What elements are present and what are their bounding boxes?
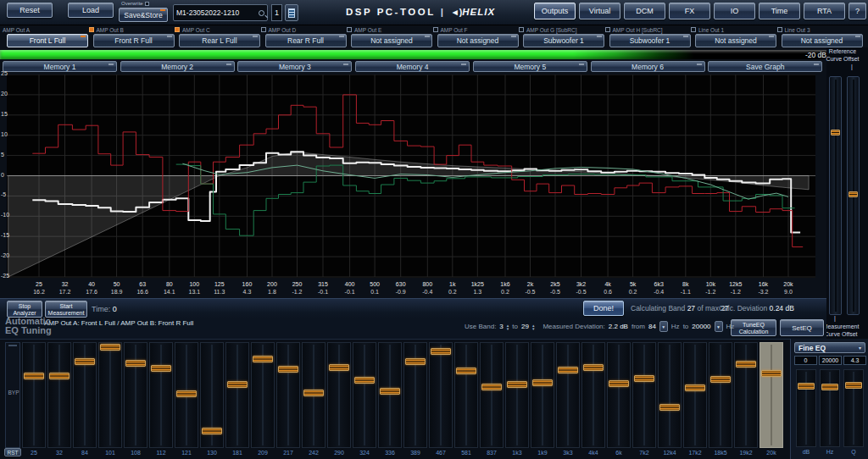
eq-band-389[interactable]	[403, 342, 427, 448]
channel-menu-icon[interactable]	[683, 36, 688, 37]
stop-analyzer-button[interactable]: Stop Analyzer	[7, 301, 42, 318]
measurement-offset-handle[interactable]	[831, 130, 840, 135]
eq-band-25[interactable]	[22, 342, 46, 448]
edit-note-button[interactable]	[285, 4, 298, 21]
overwrite-option[interactable]: Overwrite	[121, 1, 149, 6]
eq-band-handle-4k4[interactable]	[583, 364, 604, 371]
setup-name-field[interactable]: M1-23052022-1210	[173, 4, 268, 21]
band-to-value[interactable]: 29	[521, 323, 529, 330]
memory-button-4[interactable]: Memory 4	[355, 61, 470, 72]
eq-band-1k3[interactable]	[505, 342, 529, 448]
freq-to-value[interactable]: 20000	[692, 323, 710, 330]
eq-band-handle-3k3[interactable]	[558, 367, 578, 373]
eq-band-84[interactable]	[73, 342, 97, 448]
nav-button-dcm[interactable]: DCM	[624, 3, 665, 19]
fine-eq-value-q[interactable]: 4.3	[843, 356, 866, 365]
eq-band-121[interactable]	[175, 342, 198, 448]
nav-button-time[interactable]: Time	[759, 3, 800, 19]
eq-band-handle-108[interactable]	[125, 360, 146, 367]
eq-band-handle-12k4[interactable]	[659, 404, 680, 411]
eq-band-handle-336[interactable]	[380, 388, 400, 395]
eq-band-837[interactable]	[480, 342, 504, 448]
reset-button[interactable]: Reset	[7, 3, 53, 18]
setup-number-field[interactable]: 1	[271, 4, 282, 21]
channel-menu-icon[interactable]	[855, 36, 860, 37]
eq-band-handle-25[interactable]	[24, 373, 44, 379]
measurement-curve-offset-slider[interactable]	[829, 76, 842, 315]
eq-band-handle-130[interactable]	[202, 428, 222, 434]
search-icon[interactable]	[259, 10, 264, 16]
channel-button-2[interactable]: Rear L Full	[179, 34, 260, 47]
channel-checkbox-1[interactable]	[89, 27, 94, 32]
eq-band-handle-17k2[interactable]	[685, 384, 705, 391]
eq-band-handle-1k3[interactable]	[507, 381, 527, 388]
eq-band-324[interactable]	[353, 342, 376, 448]
channel-button-1[interactable]: Front R Full	[93, 34, 175, 47]
eq-band-handle-32[interactable]	[49, 373, 70, 379]
fine-eq-slider-hz[interactable]	[820, 369, 840, 447]
eq-band-handle-6k[interactable]	[609, 380, 629, 387]
memory-button-1[interactable]: Memory 1	[3, 61, 117, 72]
eq-band-17k2[interactable]	[683, 342, 707, 448]
eq-band-handle-290[interactable]	[329, 364, 349, 371]
channel-menu-icon[interactable]	[769, 36, 774, 37]
done-button[interactable]: Done!	[583, 301, 624, 316]
channel-menu-icon[interactable]	[597, 36, 602, 37]
memory-menu-icon[interactable]	[461, 64, 466, 65]
channel-menu-icon[interactable]	[425, 36, 430, 37]
freq-to-dropdown[interactable]: ▼	[715, 321, 723, 332]
memory-button-2[interactable]: Memory 2	[120, 61, 235, 72]
eq-band-handle-7k2[interactable]	[634, 375, 654, 382]
band-from-value[interactable]: 3	[499, 323, 503, 330]
freq-from-dropdown[interactable]: ▼	[659, 321, 668, 332]
chevron-down-icon[interactable]: ▾	[859, 345, 861, 351]
eq-band-108[interactable]	[124, 342, 147, 448]
channel-button-4[interactable]: Not assigned	[351, 34, 432, 47]
eq-band-handle-18k5[interactable]	[710, 376, 731, 383]
eq-band-handle-209[interactable]	[253, 356, 273, 362]
memory-menu-icon[interactable]	[226, 64, 231, 65]
eq-band-handle-837[interactable]	[481, 384, 502, 390]
eq-band-handle-581[interactable]	[456, 368, 476, 374]
fine-eq-slider-db[interactable]	[796, 369, 816, 447]
nav-button-fx[interactable]: FX	[669, 3, 710, 19]
fine-eq-value-hz[interactable]: 20000	[819, 356, 842, 365]
overwrite-checkbox[interactable]	[145, 2, 149, 6]
load-button[interactable]: Load	[68, 3, 114, 18]
fine-eq-value-db[interactable]: 0	[794, 356, 817, 365]
save-store-button[interactable]: Save&Store	[119, 8, 168, 22]
channel-checkbox-2[interactable]	[175, 27, 180, 32]
memory-menu-icon[interactable]	[108, 64, 114, 65]
fine-eq-handle-q[interactable]	[845, 382, 862, 389]
eq-band-19k2[interactable]	[734, 342, 758, 448]
eq-band-handle-467[interactable]	[431, 348, 451, 355]
fine-eq-handle-hz[interactable]	[821, 384, 838, 390]
fine-eq-header[interactable]: Fine EQ ▾	[794, 342, 865, 353]
eq-band-217[interactable]	[276, 342, 300, 448]
eq-band-242[interactable]	[302, 342, 326, 448]
channel-button-7[interactable]: Subwoofer 1	[609, 34, 691, 47]
eq-band-handle-324[interactable]	[354, 377, 375, 384]
nav-button-rta[interactable]: RTA	[804, 3, 845, 19]
eq-band-336[interactable]	[378, 342, 402, 448]
eq-band-130[interactable]	[200, 342, 224, 448]
eq-band-handle-112[interactable]	[151, 365, 171, 372]
memory-menu-icon[interactable]	[579, 64, 584, 65]
eq-band-handle-217[interactable]	[278, 366, 298, 373]
channel-menu-icon[interactable]	[81, 36, 86, 37]
channel-menu-icon[interactable]	[339, 36, 344, 37]
eq-band-1k9[interactable]	[531, 342, 554, 448]
eq-band-handle-19k2[interactable]	[736, 361, 756, 368]
memory-button-3[interactable]: Memory 3	[237, 61, 352, 72]
channel-checkbox-5[interactable]	[433, 27, 438, 32]
channel-checkbox-8[interactable]	[691, 27, 696, 32]
freq-from-value[interactable]: 84	[648, 323, 656, 330]
eq-band-112[interactable]	[149, 342, 173, 448]
nav-button-io[interactable]: IO	[714, 3, 755, 19]
eq-band-handle-1k9[interactable]	[532, 379, 553, 386]
eq-band-handle-20k[interactable]	[761, 370, 782, 377]
eq-band-581[interactable]	[454, 342, 478, 448]
channel-menu-icon[interactable]	[167, 36, 172, 37]
memory-button-6[interactable]: Memory 6	[591, 61, 705, 72]
nav-button-outputs[interactable]: Outputs	[534, 3, 576, 19]
